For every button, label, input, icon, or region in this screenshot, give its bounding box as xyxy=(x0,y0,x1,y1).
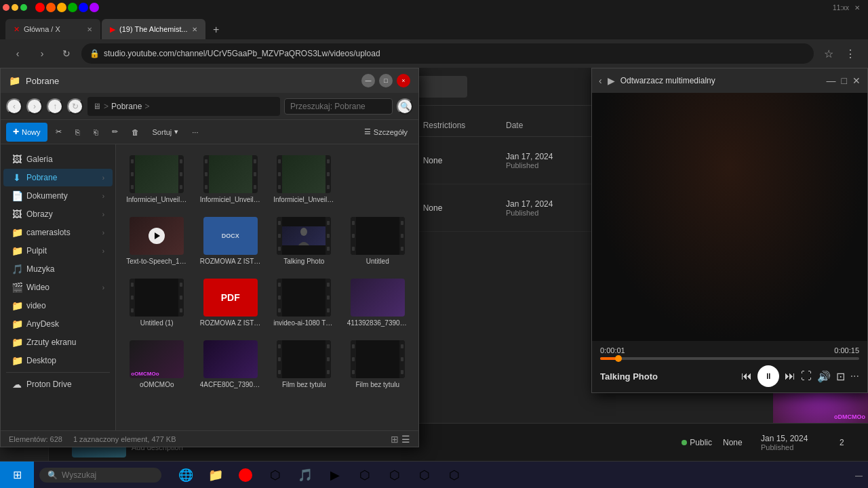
fm-sort-button[interactable]: Sortuj ▾ xyxy=(147,123,184,142)
mp-more-button[interactable]: ··· xyxy=(850,370,859,382)
fm-delete-button[interactable]: 🗑 xyxy=(126,123,144,142)
list-item[interactable]: 411392836_73902 0334769667_2082 48657420… xyxy=(342,273,414,332)
list-item[interactable]: Text-to-Speech_1 0-Jan-2024_04-48 xyxy=(121,211,193,270)
mp-pause-button[interactable]: ⏸ xyxy=(757,365,779,387)
fm-cut-button[interactable]: ✂ xyxy=(50,123,67,142)
list-item[interactable]: invideo-ai-1080 The Unseen Continents_A … xyxy=(269,273,340,332)
fm-up-button[interactable]: ↑ xyxy=(47,98,63,115)
sidebar-item-zrzuty[interactable]: 📁 Zrzuty ekranu xyxy=(3,333,113,351)
sys-close[interactable] xyxy=(3,4,9,11)
list-item[interactable]: Informiciel_Unveiling Justic... xyxy=(121,150,193,209)
start-button[interactable]: ⊞ xyxy=(0,462,34,489)
list-item[interactable]: PDF ROZMOWA Z ISTOTA - OSOBLIWOŚĆ JEST A… xyxy=(195,273,267,332)
mp-maximize-button[interactable]: □ xyxy=(842,75,847,86)
fm-rename-button[interactable]: ✏ xyxy=(106,123,123,142)
back-button[interactable]: ‹ xyxy=(8,44,27,63)
sidebar-item-cameraslots[interactable]: 📁 cameraslots › xyxy=(3,224,113,241)
list-item[interactable]: Informiciel_Unveiling Justic... xyxy=(195,150,267,209)
bottom-visibility: Public xyxy=(682,438,712,447)
fm-search-input[interactable] xyxy=(284,98,393,115)
list-item[interactable]: Film bez tytulu xyxy=(342,335,414,394)
sidebar-item-proton[interactable]: ☁ Proton Drive xyxy=(3,375,113,393)
sys-icon-4 xyxy=(68,3,77,12)
fm-close-button[interactable]: × xyxy=(397,74,410,87)
sidebar-item-wideo[interactable]: 🎬 Wideo › xyxy=(3,279,113,296)
sidebar-item-video[interactable]: 📁 video xyxy=(3,297,113,314)
sidebar-item-anydesk[interactable]: 📁 AnyDesk xyxy=(3,315,113,333)
bottom-date: Jan 15, 2024 Published xyxy=(761,434,829,451)
sidebar-item-dokumenty[interactable]: 📄 Dokumenty › xyxy=(3,187,113,205)
taskbar-icon-browser[interactable]: 🌐 xyxy=(172,462,199,489)
tab-2[interactable]: ▶ (19) The Alchemist... ✕ xyxy=(102,19,205,39)
taskbar-icon-9[interactable]: ⬡ xyxy=(411,462,438,489)
mp-minimize-button[interactable]: — xyxy=(827,75,836,86)
fm-minimize-button[interactable]: — xyxy=(361,74,375,87)
favorites-button[interactable]: ☆ xyxy=(819,44,838,63)
tab-1[interactable]: ✕ Główna / X ✕ xyxy=(5,19,100,39)
sys-icon-2 xyxy=(46,3,56,12)
file-name: invideo-ai-1080 The Unseen Continents_A … xyxy=(273,319,334,327)
fm-copy-button[interactable]: ⎘ xyxy=(70,123,85,142)
fm-forward-button[interactable]: › xyxy=(26,98,43,115)
taskbar-icon-7[interactable]: ⬡ xyxy=(351,462,378,489)
browser-tabs: ✕ Główna / X ✕ ▶ (19) The Alchemist... ✕… xyxy=(0,15,868,39)
list-item[interactable]: Talking Photo xyxy=(269,211,340,270)
sidebar-item-obrazy[interactable]: 🖼 Obrazy › xyxy=(3,205,113,223)
sys-close-btn[interactable]: ✕ xyxy=(854,4,860,12)
fm-maximize-button[interactable]: □ xyxy=(379,74,393,87)
list-item[interactable]: Informiciel_Unveiling Justic... xyxy=(269,150,340,209)
mp-next-button[interactable]: ⏭ xyxy=(785,370,795,382)
taskbar-icon-opera[interactable]: ⬡ xyxy=(262,462,289,489)
tab-2-close[interactable]: ✕ xyxy=(192,26,197,33)
refresh-button[interactable]: ↻ xyxy=(57,44,76,63)
list-item[interactable]: DOCX ROZMOWA Z ISTOTA - OSOBLIWOŚĆ JEST … xyxy=(195,211,267,270)
fm-title-bar: 📁 Pobrane — □ × xyxy=(1,68,418,93)
list-item[interactable]: 4ACFE80C_73902... xyxy=(195,335,267,394)
list-item[interactable]: Film bez tytulu xyxy=(269,335,340,394)
mp-volume-button[interactable]: 🔊 xyxy=(817,370,831,383)
taskbar-icon-8[interactable]: ⬡ xyxy=(381,462,408,489)
mp-progress-bar[interactable] xyxy=(600,357,859,360)
settings-button[interactable]: ⋮ xyxy=(841,44,860,63)
taskbar-icon-5[interactable]: 🎵 xyxy=(292,462,319,489)
fm-back-button[interactable]: ‹ xyxy=(6,98,22,115)
list-item[interactable]: oOMCMOo oOMCMOo xyxy=(121,335,193,394)
sidebar-item-desktop[interactable]: 📁 Desktop xyxy=(3,352,113,369)
browser-nav: ‹ › ↻ 🔒 ☆ ⋮ xyxy=(0,39,868,68)
sidebar-item-muzyka[interactable]: 🎵 Muzyka xyxy=(3,260,113,278)
sidebar-item-pobrane[interactable]: ⬇ Pobrane › xyxy=(3,169,113,186)
sidebar-item-galeria[interactable]: 🖼 Galeria xyxy=(3,150,113,168)
address-input[interactable] xyxy=(104,49,806,58)
taskbar-icon-files[interactable]: 📁 xyxy=(202,462,229,489)
fm-new-button[interactable]: ✚ Nowy xyxy=(6,123,47,142)
view-grid-button[interactable]: ⊞ xyxy=(391,434,399,445)
fm-paste-button[interactable]: ⎗ xyxy=(88,123,104,142)
taskbar-search-input[interactable] xyxy=(62,470,130,480)
taskbar: ⊞ 🔍 🌐 📁 ⬡ 🎵 ▶ ⬡ ⬡ ⬡ xyxy=(0,461,868,488)
mp-prev-button[interactable]: ⏮ xyxy=(741,370,752,382)
breadcrumb-item-pobrane[interactable]: Pobrane xyxy=(111,102,142,111)
mp-screen-button[interactable]: ⛶ xyxy=(801,370,812,382)
taskbar-icon-6[interactable]: ▶ xyxy=(321,462,349,489)
taskbar-icon-red[interactable] xyxy=(232,462,259,489)
taskbar-icon-10[interactable]: ⬡ xyxy=(441,462,468,489)
mp-back-button[interactable]: ‹ xyxy=(599,75,602,86)
list-item[interactable]: Untitled (1) xyxy=(121,273,193,332)
new-tab-button[interactable]: + xyxy=(207,20,226,39)
fm-details-button[interactable]: ☰ Szczegóły xyxy=(359,123,413,142)
sys-icon-6 xyxy=(90,3,99,12)
mp-title-bar: ‹ ▶ Odtwarzacz multimedialny — □ ✕ xyxy=(592,68,867,93)
fm-refresh-button[interactable]: ↻ xyxy=(67,98,83,115)
mp-close-button[interactable]: ✕ xyxy=(852,75,861,86)
mp-video-content xyxy=(592,93,867,341)
fm-more-button[interactable]: ··· xyxy=(186,123,203,142)
fm-search-button[interactable]: 🔍 xyxy=(397,98,413,115)
list-item[interactable]: Untitled xyxy=(342,211,414,270)
forward-button[interactable]: › xyxy=(33,44,52,63)
view-list-button[interactable]: ☰ xyxy=(401,434,410,445)
sys-max[interactable] xyxy=(20,4,27,11)
mp-cast-button[interactable]: ⊡ xyxy=(836,370,845,383)
sys-min[interactable] xyxy=(12,4,18,11)
tab-1-close[interactable]: ✕ xyxy=(87,26,92,33)
sidebar-item-pulpit[interactable]: 📁 Pulpit › xyxy=(3,242,113,260)
